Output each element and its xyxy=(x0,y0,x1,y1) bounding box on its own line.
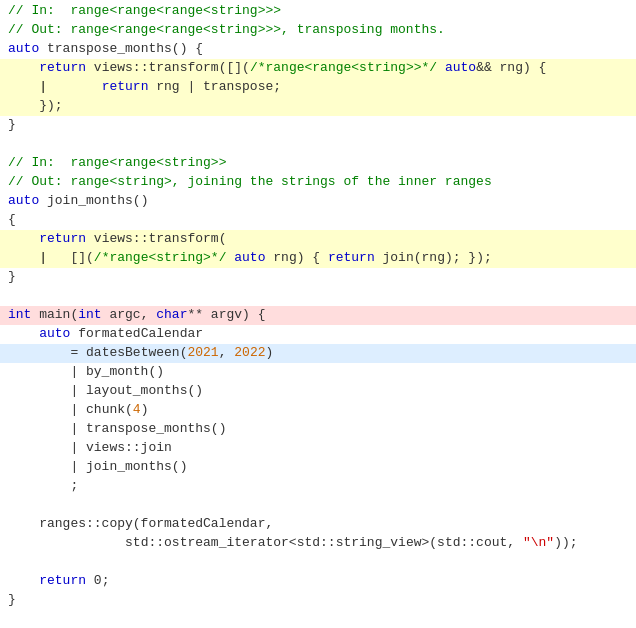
line: int main(int argc, char** argv) { xyxy=(0,306,636,325)
line-content: | transpose_months() xyxy=(8,420,226,439)
line: | transpose_months() xyxy=(0,420,636,439)
line: | by_month() xyxy=(0,363,636,382)
line-content: // In: range<range<string>> xyxy=(8,154,226,173)
line-content: ; xyxy=(8,477,78,496)
line-content: auto formatedCalendar xyxy=(8,325,203,344)
line: ranges::copy(formatedCalendar, xyxy=(0,515,636,534)
line: return views::transform( xyxy=(0,230,636,249)
line: | [](/*range<string>*/ auto rng) { retur… xyxy=(0,249,636,268)
line-content: return views::transform([](/*range<range… xyxy=(8,59,546,78)
line-content: { xyxy=(8,211,16,230)
line: } xyxy=(0,116,636,135)
line: // Out: range<string>, joining the strin… xyxy=(0,173,636,192)
line-content: | by_month() xyxy=(8,363,164,382)
empty-line xyxy=(0,135,636,154)
line: ; xyxy=(0,477,636,496)
line-content: } xyxy=(8,268,16,287)
transpose-section: // In: range<range<range<string>>> // Ou… xyxy=(0,2,636,135)
line: auto formatedCalendar xyxy=(0,325,636,344)
line-content: = datesBetween(2021, 2022) xyxy=(8,344,273,363)
line-content: | layout_months() xyxy=(8,382,203,401)
line: = datesBetween(2021, 2022) xyxy=(0,344,636,363)
line-content: auto join_months() xyxy=(8,192,148,211)
line-content: auto transpose_months() { xyxy=(8,40,203,59)
line: | views::join xyxy=(0,439,636,458)
line-content: // Out: range<string>, joining the strin… xyxy=(8,173,492,192)
code-block: // In: range<range<range<string>>> // Ou… xyxy=(0,0,636,612)
empty-line xyxy=(0,287,636,306)
line: } xyxy=(0,268,636,287)
main-section: int main(int argc, char** argv) { auto f… xyxy=(0,306,636,610)
line: std::ostream_iterator<std::string_view>(… xyxy=(0,534,636,553)
line: }); xyxy=(0,97,636,116)
line-content: ranges::copy(formatedCalendar, xyxy=(8,515,273,534)
line-content: return views::transform( xyxy=(8,230,226,249)
line-content: | views::join xyxy=(8,439,172,458)
line: { xyxy=(0,211,636,230)
line-content: return 0; xyxy=(8,572,109,591)
line-content: | join_months() xyxy=(8,458,187,477)
line-content: } xyxy=(8,116,16,135)
line: return views::transform([](/*range<range… xyxy=(0,59,636,78)
line: | join_months() xyxy=(0,458,636,477)
line-content: | chunk(4) xyxy=(8,401,148,420)
line: | chunk(4) xyxy=(0,401,636,420)
line: auto transpose_months() { xyxy=(0,40,636,59)
line-content: // Out: range<range<range<string>>>, tra… xyxy=(8,21,445,40)
line-content: }); xyxy=(8,97,63,116)
line-content: } xyxy=(8,591,16,610)
line-content: int main(int argc, char** argv) { xyxy=(8,306,265,325)
line-content: | return rng | transpose; xyxy=(8,78,281,97)
line: auto join_months() xyxy=(0,192,636,211)
line-content: std::ostream_iterator<std::string_view>(… xyxy=(8,534,578,553)
join-section: // In: range<range<string>> // Out: rang… xyxy=(0,154,636,287)
line: // Out: range<range<range<string>>>, tra… xyxy=(0,21,636,40)
line: | layout_months() xyxy=(0,382,636,401)
line-content: // In: range<range<range<string>>> xyxy=(8,2,281,21)
empty-line xyxy=(0,496,636,515)
line-content: | [](/*range<string>*/ auto rng) { retur… xyxy=(8,249,492,268)
line: } xyxy=(0,591,636,610)
line: // In: range<range<range<string>>> xyxy=(0,2,636,21)
line: return 0; xyxy=(0,572,636,591)
line: | return rng | transpose; xyxy=(0,78,636,97)
line: // In: range<range<string>> xyxy=(0,154,636,173)
empty-line xyxy=(0,553,636,572)
